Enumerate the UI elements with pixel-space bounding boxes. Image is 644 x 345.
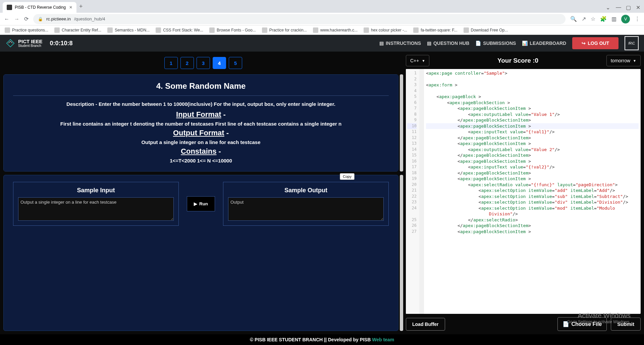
bookmark-icon — [464, 27, 469, 33]
brand-subtitle: Student Branch — [18, 44, 43, 48]
nav-submissions[interactable]: 📄 SUBMISSIONS — [475, 41, 516, 46]
caret-down-icon: ▼ — [422, 59, 425, 63]
question-tab-5[interactable]: 5 — [229, 57, 242, 69]
editor-footer: Load Buffer 📄 Choose File Activate Windo… — [406, 317, 641, 331]
close-tab-icon[interactable]: ✕ — [69, 5, 72, 10]
bookmark-item[interactable]: Character Entity Ref... — [54, 27, 101, 33]
new-tab-button[interactable]: + — [79, 3, 83, 10]
sample-output-textarea[interactable] — [228, 197, 384, 221]
choose-file-button[interactable]: 📄 Choose File — [557, 317, 607, 331]
bookmark-item[interactable]: fa-twitter-square: F... — [413, 27, 457, 33]
zoom-icon[interactable]: 🔍 — [570, 16, 577, 22]
maximize-icon[interactable]: ▢ — [626, 4, 630, 8]
fold-gutter — [419, 69, 424, 314]
menu-icon[interactable]: ⋮ — [635, 16, 640, 22]
bookmark-item[interactable]: hex colour picker -... — [364, 27, 407, 33]
main-content: 12345 4. Some Random Name Description - … — [0, 52, 644, 334]
sample-output-heading: Sample Output — [284, 187, 327, 194]
run-button[interactable]: ▶ Run — [187, 196, 215, 211]
list-icon: ▤ — [379, 41, 384, 46]
url-host: rc.pictieee.in — [46, 16, 71, 21]
bookmark-item[interactable]: Practice questions... — [5, 27, 48, 33]
footer-link[interactable]: Web team — [372, 337, 394, 342]
profile-avatar[interactable]: V — [621, 15, 630, 23]
side-panel-icon[interactable]: ▥ — [611, 16, 616, 22]
right-column: C++ ▼ Your Score :0 tomorrow ▼ 123456789… — [406, 55, 641, 331]
address-bar[interactable]: 🔒 rc.pictieee.in/question_hub/4 — [33, 14, 566, 24]
bookmark-item[interactable]: Practice for crackin... — [262, 27, 307, 33]
editor-toolbar: C++ ▼ Your Score :0 tomorrow ▼ — [406, 55, 641, 66]
language-dropdown[interactable]: C++ ▼ — [406, 55, 429, 66]
load-buffer-button[interactable]: Load Buffer — [406, 318, 445, 331]
back-button[interactable]: ← — [4, 16, 9, 22]
bookmark-item[interactable]: Download Free Op... — [464, 27, 508, 33]
brand-logo[interactable]: PICT IEEE Student Branch — [5, 38, 43, 48]
url-path: /question_hub/4 — [74, 16, 105, 21]
code-editor[interactable]: 1234567891011121314151617181920212223242… — [406, 69, 641, 314]
nav-instructions[interactable]: ▤ INSTRUCTIONS — [379, 41, 421, 46]
forward-button[interactable]: → — [14, 16, 19, 22]
tab-title: PISB - CTD Reverse Coding — [15, 5, 66, 10]
bookmark-icon — [107, 27, 113, 33]
copy-button[interactable]: Copy — [340, 173, 355, 180]
bookmark-icon — [54, 27, 60, 33]
minimize-icon[interactable]: — — [616, 4, 620, 8]
bookmark-item[interactable]: CSS Font Stack: We... — [156, 27, 203, 33]
score-display: Your Score :0 — [434, 57, 601, 64]
close-window-icon[interactable]: ✕ — [636, 4, 640, 8]
output-format-heading: Output Format - — [13, 129, 389, 137]
bookmark-icon — [156, 27, 161, 33]
star-icon[interactable]: ☆ — [591, 16, 595, 22]
bookmark-icon — [313, 27, 318, 33]
submit-button[interactable]: Submit — [611, 318, 641, 331]
nav-leaderboard[interactable]: 📊 LEADERBOARD — [522, 41, 566, 46]
constraints-text: 1<=T<2000 1<= N <=10000 — [13, 158, 389, 163]
app-header: PICT IEEE Student Branch 0:0:10:8 ▤ INST… — [0, 35, 644, 52]
brand-title: PICT IEEE — [18, 39, 43, 44]
logout-icon: ↪ — [582, 41, 586, 46]
bookmark-item[interactable]: Semantics - MDN... — [107, 27, 150, 33]
scrollbar[interactable] — [400, 175, 403, 331]
bookmark-icon — [5, 27, 10, 33]
bookmark-icon — [262, 27, 267, 33]
question-title: 4. Some Random Name — [13, 81, 389, 91]
reload-button[interactable]: ⟳ — [24, 16, 29, 22]
list-icon: ▤ — [427, 41, 431, 46]
browser-tab[interactable]: PISB - CTD Reverse Coding ✕ — [3, 2, 76, 13]
favicon — [7, 5, 12, 10]
app-root: PICT IEEE Student Branch 0:0:10:8 ▤ INST… — [0, 35, 644, 345]
header-nav: ▤ INSTRUCTIONS ▤ QUESTION HUB 📄 SUBMISSI… — [379, 36, 639, 50]
sample-input-textarea[interactable] — [18, 197, 174, 221]
bookmark-item[interactable]: Browse Fonts - Goo... — [209, 27, 256, 33]
bookmark-icon — [209, 27, 215, 33]
question-tab-2[interactable]: 2 — [180, 57, 194, 69]
caret-down-icon: ▼ — [633, 59, 636, 63]
theme-dropdown[interactable]: tomorrow ▼ — [606, 55, 641, 66]
sample-output-box: Sample Output — [223, 182, 389, 226]
scrollbar[interactable] — [400, 74, 403, 171]
file-icon: 📄 — [475, 41, 481, 46]
question-tab-1[interactable]: 1 — [164, 57, 178, 69]
browser-tabstrip: PISB - CTD Reverse Coding ✕ + ⌄ — ▢ ✕ — [0, 0, 644, 13]
nav-question-hub[interactable]: ▤ QUESTION HUB — [427, 41, 469, 46]
sample-input-heading: Sample Input — [77, 187, 115, 194]
logout-button[interactable]: ↪ LOG OUT — [572, 37, 619, 49]
output-format-text: Output a single integer on a line for ea… — [13, 139, 389, 145]
bookmarks-bar: Practice questions...Character Entity Re… — [0, 25, 644, 35]
left-column: 12345 4. Some Random Name Description - … — [3, 55, 403, 331]
io-panel: Copy Sample Input ▶ Run Sample Output — [3, 175, 398, 331]
extensions-icon[interactable]: 🧩 — [600, 16, 607, 22]
chevron-down-icon[interactable]: ⌄ — [606, 4, 610, 8]
divider — [13, 95, 389, 96]
window-controls: ⌄ — ▢ ✕ — [606, 4, 641, 8]
sample-input-box: Sample Input — [13, 182, 179, 226]
bookmark-item[interactable]: www.hackerearth.c... — [313, 27, 358, 33]
question-tab-3[interactable]: 3 — [197, 57, 210, 69]
input-format-text: First line contains an integer t denotin… — [13, 121, 389, 127]
share-icon[interactable]: ↗ — [582, 16, 586, 22]
browser-toolbar: ← → ⟳ 🔒 rc.pictieee.in/question_hub/4 🔍 … — [0, 13, 644, 25]
code-area[interactable]: <apex:page controller="Sample"><apex:for… — [424, 69, 641, 314]
question-tab-4[interactable]: 4 — [213, 57, 226, 69]
countdown-timer: 0:0:10:8 — [50, 40, 73, 47]
chart-icon: 📊 — [522, 41, 528, 46]
